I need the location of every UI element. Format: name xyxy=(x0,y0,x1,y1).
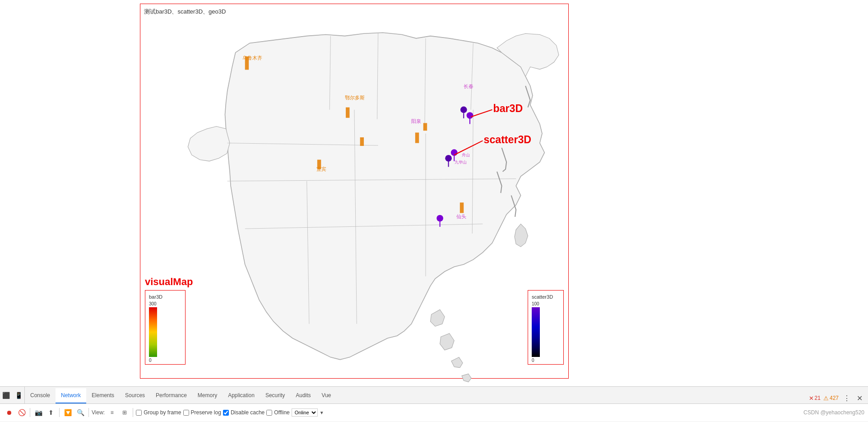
svg-rect-15 xyxy=(415,132,419,143)
tab-elements[interactable]: Elements xyxy=(86,388,120,403)
record-button[interactable]: ⏺ xyxy=(4,407,14,418)
svg-rect-13 xyxy=(317,159,321,169)
clear-button[interactable]: 🚫 xyxy=(16,407,27,418)
device-toolbar-button[interactable]: 📱 xyxy=(13,390,24,401)
tab-application[interactable]: Application xyxy=(223,388,260,403)
legend-bar3d-gradient xyxy=(149,307,157,357)
legend-scatter3d: scatter3D 100 0 xyxy=(528,290,564,365)
offline-checkbox[interactable] xyxy=(266,410,272,416)
separator-2 xyxy=(59,408,60,417)
svg-point-24 xyxy=(445,155,452,162)
import-har-button[interactable]: ⬆ xyxy=(46,407,56,418)
legend-scatter3d-title: scatter3D xyxy=(532,294,560,300)
svg-rect-12 xyxy=(346,108,349,118)
devtools-toolbar: ⏺ 🚫 📷 ⬆ 🔽 🔍 View: ≡ ⊞ Group by frame Pre… xyxy=(0,404,868,422)
search-button[interactable]: 🔍 xyxy=(75,407,86,418)
city-label-jiuhua: 九华山 xyxy=(455,159,467,164)
separator-1 xyxy=(30,408,30,417)
city-label-shantou: 仙头 xyxy=(456,214,466,219)
china-map-svg: 乌鲁木齐 鄂尔多斯 长春 阳泉 宜宾 仙头 舟山 九华山 xyxy=(140,13,568,386)
preserve-log-label[interactable]: Preserve log xyxy=(183,409,221,416)
tab-security[interactable]: Security xyxy=(260,388,290,403)
city-label-yangquan: 阳泉 xyxy=(411,118,421,124)
disable-cache-text: Disable cache xyxy=(231,409,265,416)
legend-scatter3d-min: 0 xyxy=(532,358,534,363)
svg-point-20 xyxy=(460,106,467,113)
legend-scatter3d-gradient xyxy=(532,307,540,357)
tab-console[interactable]: Console xyxy=(25,388,56,403)
tab-audits[interactable]: Audits xyxy=(290,388,316,403)
city-label-zhoushan: 舟山 xyxy=(462,152,470,157)
status-area: CSDN @yehaocheng520 xyxy=(796,409,864,416)
throttle-select[interactable]: Online xyxy=(292,408,318,417)
offline-text: Offline xyxy=(274,409,289,416)
capture-screenshot-button[interactable]: 📷 xyxy=(33,407,44,418)
close-devtools-icon[interactable]: ✕ xyxy=(855,393,864,403)
error-count: ✕ 21 xyxy=(809,395,821,402)
inspect-element-button[interactable]: ⬛ xyxy=(0,390,11,401)
list-view-button[interactable]: ≡ xyxy=(107,407,117,418)
group-by-frame-checkbox[interactable] xyxy=(136,410,142,416)
visualmap-label: visualMap xyxy=(145,276,193,288)
warning-count: ⚠ 427 xyxy=(823,395,839,402)
legend-bar3d-max: 300 xyxy=(149,301,157,306)
svg-point-26 xyxy=(436,215,443,222)
annotation-scatter3d: scatter3D xyxy=(484,134,532,145)
tab-memory[interactable]: Memory xyxy=(192,388,223,403)
legend-bar3d-min: 0 xyxy=(149,358,152,363)
group-by-frame-label[interactable]: Group by frame xyxy=(136,409,181,416)
csdn-label: CSDN @yehaocheng520 xyxy=(803,409,864,416)
tab-vue[interactable]: Vue xyxy=(316,388,337,403)
devtools-bar: Console Network Elements Sources Perform… xyxy=(0,386,868,422)
tab-network[interactable]: Network xyxy=(56,388,86,403)
city-label-changchun: 长春 xyxy=(464,84,473,89)
svg-rect-14 xyxy=(360,137,364,146)
svg-rect-17 xyxy=(423,123,427,131)
devtools-tabs: Console Network Elements Sources Perform… xyxy=(0,387,868,404)
view-label: View: xyxy=(92,409,105,416)
disable-cache-checkbox[interactable] xyxy=(223,410,229,416)
city-label-erdos: 鄂尔多斯 xyxy=(345,95,365,100)
tab-sources[interactable]: Sources xyxy=(120,388,150,403)
warning-icon: ⚠ xyxy=(823,395,829,402)
more-options-icon[interactable]: ⋮ xyxy=(841,393,852,403)
svg-rect-16 xyxy=(460,202,464,213)
legend-bar3d: bar3D 300 0 xyxy=(145,290,186,365)
separator-3 xyxy=(88,408,89,417)
annotation-bar3d: bar3D xyxy=(493,103,523,114)
tree-view-button[interactable]: ⊞ xyxy=(119,407,130,418)
map-container: 测试bar3D、scatter3D、geo3D xyxy=(140,4,569,379)
svg-point-18 xyxy=(467,112,473,119)
preserve-log-text: Preserve log xyxy=(191,409,221,416)
separator-4 xyxy=(133,408,133,417)
devtools-left-area: ⬛ 📱 xyxy=(0,387,25,404)
main-content: 测试bar3D、scatter3D、geo3D xyxy=(0,0,868,386)
throttle-dropdown-icon[interactable]: ▼ xyxy=(320,410,324,415)
offline-label[interactable]: Offline xyxy=(266,409,289,416)
disable-cache-label[interactable]: Disable cache xyxy=(223,409,265,416)
svg-rect-11 xyxy=(245,56,249,70)
legend-scatter3d-max: 100 xyxy=(532,301,539,306)
legend-bar3d-title: bar3D xyxy=(149,294,181,300)
error-icon: ✕ xyxy=(809,395,814,402)
tab-performance[interactable]: Performance xyxy=(150,388,192,403)
preserve-log-checkbox[interactable] xyxy=(183,410,189,416)
group-by-frame-text: Group by frame xyxy=(144,409,181,416)
filter-button[interactable]: 🔽 xyxy=(62,407,73,418)
